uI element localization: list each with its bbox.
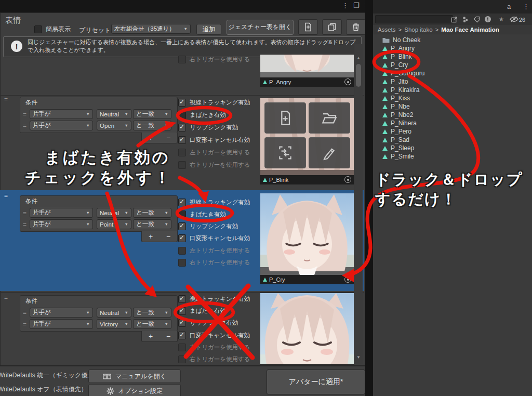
project-item[interactable]: P_Kirakira bbox=[382, 86, 419, 94]
gesture-dropdown[interactable]: Neutral▼ bbox=[97, 308, 131, 318]
drag-handle[interactable]: = bbox=[4, 192, 7, 200]
checkbox-blink[interactable]: まばたき有効 bbox=[178, 307, 226, 315]
favorites-star-icon[interactable]: ★ bbox=[497, 15, 506, 23]
breadcrumb-shop-itako[interactable]: Shop itako bbox=[404, 27, 432, 33]
expression-thumbnail-p-blink[interactable]: P_Blink bbox=[260, 98, 354, 184]
drag-handle[interactable]: = bbox=[23, 111, 26, 118]
search-by-type-icon[interactable] bbox=[460, 15, 470, 23]
expression-thumbnail-p-cry[interactable]: P_Cry bbox=[260, 193, 354, 284]
project-item[interactable]: P_Blink bbox=[382, 52, 412, 61]
simple-view-checkbox[interactable] bbox=[34, 25, 42, 33]
hidden-count-eye-icon[interactable] bbox=[509, 15, 518, 23]
new-animation-button[interactable] bbox=[264, 102, 306, 134]
checkbox-right-trigger[interactable]: 右トリガーを使用する bbox=[178, 355, 250, 363]
object-picker-icon[interactable] bbox=[344, 78, 351, 85]
add-condition-button[interactable]: + bbox=[144, 232, 157, 241]
project-item-folder[interactable]: No Cheek bbox=[382, 36, 420, 44]
condition-target-dropdown[interactable]: 片手が▼ bbox=[30, 121, 93, 130]
project-search-input[interactable] bbox=[375, 15, 453, 23]
match-dropdown[interactable]: と一致▼ bbox=[133, 219, 171, 229]
checkbox-lipsync[interactable]: リップシンク有効 bbox=[178, 319, 238, 327]
scroll-down-arrow[interactable]: ▼ bbox=[354, 355, 363, 360]
expression-thumbnail-p-angry[interactable]: P_Angry bbox=[260, 54, 354, 87]
open-external-icon[interactable] bbox=[449, 15, 459, 23]
gesture-dropdown[interactable]: Victory▼ bbox=[97, 319, 131, 329]
add-condition-button[interactable]: + bbox=[144, 332, 157, 340]
simple-view-toggle[interactable]: 簡易表示 bbox=[34, 25, 71, 34]
checkbox-right-trigger[interactable]: 右トリガーを使用する bbox=[178, 161, 250, 169]
checkbox-right-trigger[interactable]: 右トリガーを使用する bbox=[178, 56, 250, 63]
duplicate-button[interactable] bbox=[322, 19, 342, 35]
project-item[interactable]: P_Sad bbox=[382, 136, 409, 144]
swap-animation-button[interactable] bbox=[264, 137, 306, 168]
add-preset-button[interactable]: 追加 bbox=[196, 24, 221, 35]
checkbox-left-trigger[interactable]: 左トリガーを使用する bbox=[178, 247, 250, 255]
checkbox-mouth-cancel[interactable]: 口変形キャンセル有効 bbox=[178, 234, 250, 242]
open-animation-button[interactable] bbox=[309, 102, 350, 134]
delete-button[interactable] bbox=[346, 19, 366, 35]
vertical-scrollbar[interactable]: ▲ ▼ bbox=[354, 44, 363, 364]
options-button[interactable]: オプション設定 bbox=[88, 384, 181, 396]
match-dropdown[interactable]: と一致▼ bbox=[133, 121, 171, 130]
checkbox-mouth-cancel[interactable]: 口変形キャンセル有効 bbox=[178, 332, 250, 339]
match-dropdown[interactable]: と一致▼ bbox=[133, 308, 171, 318]
gesture-dropdown[interactable]: Neutral▼ bbox=[97, 208, 131, 218]
checkbox-lipsync[interactable]: リップシンク有効 bbox=[178, 222, 238, 230]
checkbox-lipsync[interactable]: リップシンク有効 bbox=[178, 124, 238, 131]
add-condition-button[interactable]: + bbox=[144, 134, 157, 142]
preset-dropdown[interactable]: 左右組合せ（35通り） ▼ bbox=[111, 24, 191, 34]
checkbox-left-trigger[interactable]: 左トリガーを使用する bbox=[178, 344, 250, 351]
open-manual-button[interactable]: マニュアルを開く bbox=[88, 369, 181, 383]
kebab-menu-icon[interactable]: ⋮ bbox=[523, 3, 529, 10]
drag-handle[interactable]: = bbox=[4, 294, 7, 301]
object-picker-icon[interactable] bbox=[344, 176, 351, 183]
window-menu-icon[interactable]: ⋮ bbox=[342, 2, 349, 10]
project-item-p-cry[interactable]: P_Cry bbox=[382, 61, 408, 69]
expression-thumbnail-bottom[interactable] bbox=[260, 293, 354, 365]
project-item[interactable]: P_Pero bbox=[382, 127, 411, 136]
project-item[interactable]: P_Nbe bbox=[382, 102, 410, 111]
checkbox-eye-tracking[interactable]: 視線トラッキング有効 bbox=[178, 99, 250, 107]
project-item[interactable]: P_Angry bbox=[382, 44, 415, 52]
checkbox-mouth-cancel[interactable]: 口変形キャンセル有効 bbox=[178, 136, 250, 144]
remove-condition-button[interactable]: − bbox=[162, 332, 175, 340]
open-gesture-table-button[interactable]: ジェスチャー表を開く bbox=[227, 20, 294, 35]
project-item[interactable]: P_Guruguru bbox=[382, 69, 424, 77]
condition-target-dropdown[interactable]: 片手が▼ bbox=[30, 109, 93, 119]
drag-handle[interactable]: = bbox=[23, 221, 26, 228]
drag-handle[interactable]: = bbox=[23, 122, 26, 129]
checkbox-blink[interactable]: まばたき有効 bbox=[178, 111, 226, 119]
project-item[interactable]: P_Sleep bbox=[382, 144, 414, 152]
project-item[interactable]: P_Nbe2 bbox=[382, 111, 413, 119]
checkbox-right-trigger[interactable]: 右トリガーを使用する bbox=[178, 259, 250, 267]
condition-target-dropdown[interactable]: 片手が▼ bbox=[30, 319, 93, 329]
condition-target-dropdown[interactable]: 片手が▼ bbox=[30, 208, 93, 218]
gesture-dropdown[interactable]: Point▼ bbox=[97, 219, 131, 229]
object-picker-icon[interactable] bbox=[344, 276, 351, 283]
apply-to-avatar-button[interactable]: アバターに適用* bbox=[267, 369, 365, 394]
checkbox-blink[interactable]: まばたき有効 bbox=[178, 210, 226, 218]
match-dropdown[interactable]: と一致▼ bbox=[133, 109, 171, 119]
condition-target-dropdown[interactable]: 片手が▼ bbox=[30, 308, 93, 318]
drag-handle[interactable]: = bbox=[23, 309, 26, 316]
gesture-dropdown[interactable]: Open▼ bbox=[97, 121, 131, 130]
drag-handle[interactable]: = bbox=[23, 321, 26, 328]
gesture-dropdown[interactable]: Neutral▼ bbox=[97, 109, 131, 119]
match-dropdown[interactable]: と一致▼ bbox=[133, 319, 171, 329]
drag-handle[interactable]: = bbox=[4, 96, 7, 103]
match-dropdown[interactable]: と一致▼ bbox=[133, 208, 171, 218]
project-item[interactable]: P_Kiss bbox=[382, 94, 410, 102]
breadcrumb-assets[interactable]: Assets bbox=[378, 27, 396, 33]
checkbox-eye-tracking[interactable]: 視線トラッキング有効 bbox=[178, 295, 250, 303]
edit-animation-button[interactable] bbox=[309, 137, 350, 168]
drag-handle[interactable]: = bbox=[23, 209, 26, 217]
remove-condition-button[interactable]: − bbox=[162, 134, 175, 142]
condition-target-dropdown[interactable]: 片手が▼ bbox=[30, 219, 93, 229]
project-item[interactable]: P_Jito bbox=[382, 77, 408, 86]
new-expression-button[interactable] bbox=[298, 19, 318, 35]
checkbox-eye-tracking[interactable]: 視線トラッキング有効 bbox=[178, 199, 250, 206]
project-item[interactable]: P_Smile bbox=[382, 152, 414, 161]
scroll-up-arrow[interactable]: ▲ bbox=[354, 56, 363, 60]
lock-icon[interactable]: a bbox=[507, 3, 511, 10]
scrollbar-thumb[interactable] bbox=[356, 64, 361, 87]
